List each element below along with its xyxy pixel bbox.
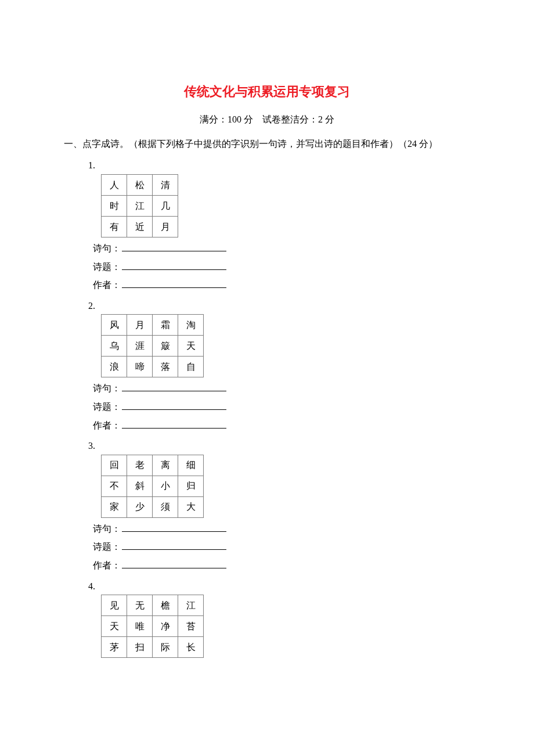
field-label: 作者：: [93, 418, 121, 433]
table-row: 风月霜淘: [102, 315, 204, 336]
grid-cell: 啼: [127, 357, 153, 377]
grid-cell: 时: [102, 195, 127, 216]
grid-cell: 风: [102, 315, 127, 336]
grid-cell: 长: [178, 637, 204, 658]
question-block: 4.见无檐江天唯净苔茅扫际长: [64, 579, 470, 658]
poem-line-field: 诗句：: [93, 521, 470, 537]
grid-cell: 近: [127, 216, 153, 237]
grid-cell: 少: [127, 496, 153, 517]
blank-line[interactable]: [122, 242, 226, 251]
grid-cell: 小: [153, 476, 178, 496]
grid-cell: 老: [127, 455, 153, 476]
page-title: 传统文化与积累运用专项复习: [64, 81, 470, 102]
grid-cell: 无: [127, 595, 153, 616]
poem-author-field: 作者：: [93, 278, 470, 293]
blank-line[interactable]: [122, 419, 226, 429]
field-label: 作者：: [93, 558, 121, 573]
grid-cell: 乌: [102, 336, 127, 357]
grid-cell: 细: [178, 455, 204, 476]
grid-cell: 清: [153, 174, 178, 195]
table-row: 乌涯簸天: [102, 336, 204, 357]
table-row: 家少须大: [102, 496, 204, 517]
grid-cell: 须: [153, 496, 178, 517]
grid-cell: 月: [127, 315, 153, 336]
grid-cell: 霜: [153, 315, 178, 336]
grid-cell: 江: [127, 195, 153, 216]
field-label: 诗句：: [93, 521, 121, 537]
blank-line[interactable]: [122, 401, 226, 410]
grid-cell: 月: [153, 216, 178, 237]
poem-title-field: 诗题：: [93, 539, 470, 555]
grid-cell: 苔: [178, 616, 204, 637]
field-label: 诗题：: [93, 260, 121, 275]
blank-line[interactable]: [122, 382, 226, 391]
grid-cell: 有: [102, 216, 127, 237]
section-heading: 一、点字成诗。（根据下列格子中提供的字识别一句诗，并写出诗的题目和作者）（24 …: [64, 136, 470, 152]
poem-author-field: 作者：: [93, 558, 470, 573]
grid-cell: 家: [102, 496, 127, 517]
blank-line[interactable]: [122, 261, 226, 270]
question-block: 1.人松清时江几有近月诗句：诗题：作者：: [64, 158, 470, 292]
field-label: 作者：: [93, 278, 121, 293]
grid-cell: 涯: [127, 336, 153, 357]
poem-author-field: 作者：: [93, 418, 470, 433]
grid-cell: 大: [178, 496, 204, 517]
score-line: 满分：100 分 试卷整洁分：2 分: [64, 112, 470, 127]
table-row: 人松清: [102, 174, 178, 195]
grid-cell: 见: [102, 595, 127, 616]
question-number: 1.: [88, 158, 470, 173]
grid-cell: 唯: [127, 616, 153, 637]
question-number: 3.: [88, 438, 470, 453]
char-grid: 风月霜淘乌涯簸天浪啼落自: [101, 314, 204, 377]
grid-cell: 茅: [102, 637, 127, 658]
grid-cell: 檐: [153, 595, 178, 616]
char-grid: 回老离细不斜小归家少须大: [101, 455, 204, 518]
grid-cell: 浪: [102, 357, 127, 377]
field-label: 诗题：: [93, 539, 121, 555]
table-row: 有近月: [102, 216, 178, 237]
grid-cell: 自: [178, 357, 204, 377]
table-row: 回老离细: [102, 455, 204, 476]
grid-cell: 天: [102, 616, 127, 637]
grid-cell: 扫: [127, 637, 153, 658]
table-row: 见无檐江: [102, 595, 204, 616]
question-block: 3.回老离细不斜小归家少须大诗句：诗题：作者：: [64, 438, 470, 573]
question-number: 2.: [88, 298, 470, 314]
grid-cell: 松: [127, 174, 153, 195]
grid-cell: 归: [178, 476, 204, 496]
grid-cell: 际: [153, 637, 178, 658]
table-row: 时江几: [102, 195, 178, 216]
grid-cell: 天: [178, 336, 204, 357]
blank-line[interactable]: [122, 523, 226, 532]
poem-title-field: 诗题：: [93, 399, 470, 415]
grid-cell: 簸: [153, 336, 178, 357]
table-row: 茅扫际长: [102, 637, 204, 658]
poem-title-field: 诗题：: [93, 260, 470, 275]
char-grid: 见无檐江天唯净苔茅扫际长: [101, 595, 204, 658]
field-label: 诗句：: [93, 381, 121, 396]
poem-line-field: 诗句：: [93, 241, 470, 256]
poem-line-field: 诗句：: [93, 381, 470, 396]
question-number: 4.: [88, 579, 470, 594]
grid-cell: 江: [178, 595, 204, 616]
field-label: 诗题：: [93, 399, 121, 415]
blank-line[interactable]: [122, 279, 226, 288]
blank-line[interactable]: [122, 559, 226, 568]
grid-cell: 不: [102, 476, 127, 496]
question-block: 2.风月霜淘乌涯簸天浪啼落自诗句：诗题：作者：: [64, 298, 470, 433]
table-row: 天唯净苔: [102, 616, 204, 637]
grid-cell: 斜: [127, 476, 153, 496]
grid-cell: 落: [153, 357, 178, 377]
blank-line[interactable]: [122, 541, 226, 550]
grid-cell: 净: [153, 616, 178, 637]
grid-cell: 离: [153, 455, 178, 476]
table-row: 不斜小归: [102, 476, 204, 496]
grid-cell: 回: [102, 455, 127, 476]
field-label: 诗句：: [93, 241, 121, 256]
grid-cell: 淘: [178, 315, 204, 336]
char-grid: 人松清时江几有近月: [101, 174, 178, 237]
table-row: 浪啼落自: [102, 357, 204, 377]
grid-cell: 几: [153, 195, 178, 216]
grid-cell: 人: [102, 174, 127, 195]
